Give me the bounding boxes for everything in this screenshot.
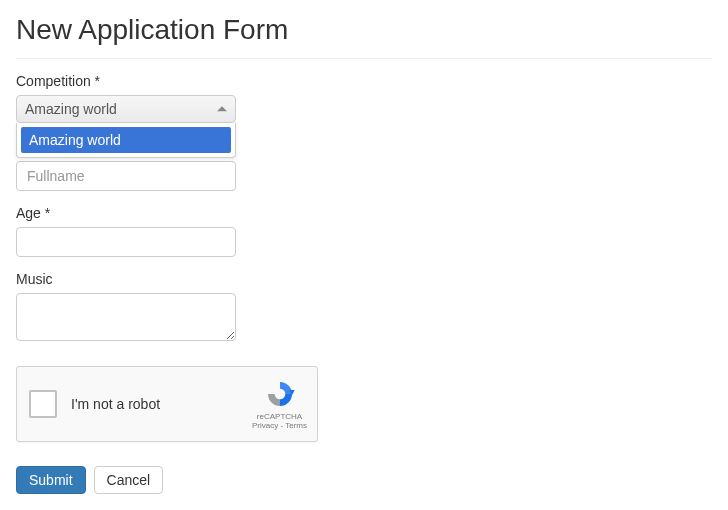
competition-label: Competition * — [16, 73, 712, 89]
competition-select-display[interactable]: Amazing world — [16, 95, 236, 123]
competition-dropdown: Amazing world — [16, 123, 236, 158]
fullname-input[interactable] — [16, 161, 236, 191]
competition-select[interactable]: Amazing world Amazing world — [16, 95, 236, 123]
recaptcha-widget: I'm not a robot reCAPTCHA Privacy - Term… — [16, 366, 318, 442]
music-textarea[interactable] — [16, 293, 236, 341]
music-label: Music — [16, 271, 712, 287]
submit-button[interactable]: Submit — [16, 466, 86, 494]
recaptcha-brand-text: reCAPTCHA — [257, 412, 302, 421]
recaptcha-icon — [264, 378, 296, 410]
button-row: Submit Cancel — [16, 466, 712, 494]
competition-selected-value: Amazing world — [25, 101, 117, 117]
chevron-up-icon — [217, 106, 227, 111]
age-label: Age * — [16, 205, 712, 221]
recaptcha-links[interactable]: Privacy - Terms — [252, 421, 307, 430]
cancel-button[interactable]: Cancel — [94, 466, 164, 494]
music-field: Music — [16, 271, 712, 344]
age-field: Age * — [16, 205, 712, 257]
page-title: New Application Form — [16, 14, 712, 46]
recaptcha-label: I'm not a robot — [71, 396, 252, 412]
recaptcha-checkbox[interactable] — [29, 390, 57, 418]
recaptcha-brand: reCAPTCHA Privacy - Terms — [252, 378, 307, 430]
divider — [16, 58, 712, 59]
age-input[interactable] — [16, 227, 236, 257]
competition-option[interactable]: Amazing world — [21, 127, 231, 153]
fullname-field — [16, 161, 712, 191]
competition-field: Competition * Amazing world Amazing worl… — [16, 73, 712, 123]
